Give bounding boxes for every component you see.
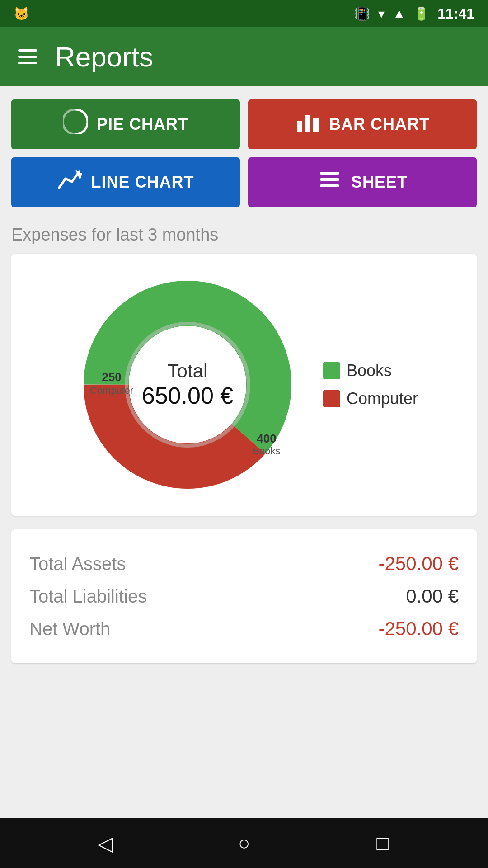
app-icon: 🐱: [14, 7, 29, 21]
signal-icon: ▲: [393, 6, 405, 21]
legend-item-books: Books: [323, 361, 418, 380]
sheet-icon: [317, 167, 342, 198]
back-button[interactable]: ◁: [87, 825, 123, 861]
nav-bar: ◁ ○ □: [0, 818, 488, 868]
total-liabilities-value: 0.00 €: [406, 585, 459, 607]
summary-card: Total Assets -250.00 € Total Liabilities…: [11, 529, 477, 663]
net-worth-label: Net Worth: [29, 619, 110, 639]
summary-row-liabilities: Total Liabilities 0.00 €: [29, 580, 459, 613]
svg-rect-9: [320, 184, 339, 187]
legend-color-books: [323, 362, 340, 379]
donut-chart: 250 Computer 400 Books Total 650.00 €: [70, 267, 305, 502]
svg-text:Computer: Computer: [90, 385, 134, 396]
chart-legend: Books Computer: [323, 361, 418, 408]
status-time: 11:41: [437, 5, 474, 22]
svg-rect-4: [305, 115, 310, 132]
bar-chart-button[interactable]: BAR CHART: [248, 99, 477, 149]
main-content: PIE CHART BAR CHART LINE CHART: [0, 86, 488, 818]
app-bar: Reports: [0, 27, 488, 86]
svg-rect-5: [313, 118, 319, 132]
svg-rect-7: [320, 172, 339, 175]
summary-row-networth: Net Worth -250.00 €: [29, 613, 459, 645]
status-bar-left: 🐱: [14, 6, 29, 21]
legend-color-computer: [323, 390, 340, 407]
recent-button[interactable]: □: [365, 825, 401, 861]
legend-label-books: Books: [347, 361, 392, 380]
summary-row-assets: Total Assets -250.00 €: [29, 547, 459, 580]
sheet-label: SHEET: [351, 173, 408, 192]
pie-chart-button[interactable]: PIE CHART: [11, 99, 240, 149]
chart-card: 250 Computer 400 Books Total 650.00 € Bo…: [11, 254, 477, 516]
total-liabilities-label: Total Liabilities: [29, 586, 147, 607]
hamburger-line-2: [18, 56, 37, 58]
svg-text:400: 400: [257, 432, 276, 445]
svg-point-12: [129, 326, 246, 443]
net-worth-value: -250.00 €: [379, 618, 459, 640]
legend-label-computer: Computer: [347, 389, 418, 408]
battery-icon: 🔋: [413, 6, 429, 21]
pie-chart-icon: [63, 109, 88, 140]
menu-button[interactable]: [18, 49, 37, 64]
bar-chart-icon: [295, 109, 320, 140]
svg-point-2: [68, 114, 82, 129]
legend-item-computer: Computer: [323, 389, 418, 408]
total-assets-label: Total Assets: [29, 554, 126, 574]
svg-text:Books: Books: [253, 445, 280, 457]
bar-chart-label: BAR CHART: [329, 115, 430, 134]
wifi-icon: ▾: [378, 6, 385, 21]
page-title: Reports: [55, 41, 153, 73]
svg-text:250: 250: [102, 370, 121, 384]
line-chart-label: LINE CHART: [91, 173, 194, 192]
hamburger-line-1: [18, 49, 37, 52]
total-assets-value: -250.00 €: [379, 553, 459, 575]
home-button[interactable]: ○: [226, 825, 262, 861]
chart-area: 250 Computer 400 Books Total 650.00 € Bo…: [20, 267, 468, 502]
line-chart-icon: [57, 167, 82, 198]
chart-type-selector: PIE CHART BAR CHART LINE CHART: [11, 99, 477, 207]
status-bar: 🐱 📳 ▾ ▲ 🔋 11:41: [0, 0, 488, 27]
section-title: Expenses for last 3 months: [11, 225, 477, 245]
svg-rect-8: [320, 178, 339, 181]
sheet-button[interactable]: SHEET: [248, 157, 477, 207]
line-chart-button[interactable]: LINE CHART: [11, 157, 240, 207]
hamburger-line-3: [18, 62, 37, 64]
vibrate-icon: 📳: [354, 6, 370, 21]
pie-chart-label: PIE CHART: [97, 115, 188, 134]
svg-rect-3: [297, 121, 302, 132]
